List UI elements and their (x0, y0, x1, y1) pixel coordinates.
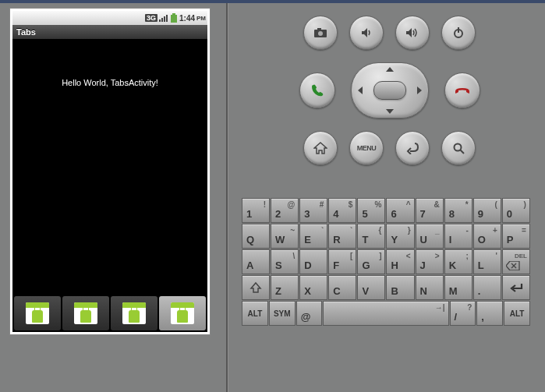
android-icon (122, 302, 146, 324)
dpad-center[interactable] (373, 81, 406, 100)
svg-point-14 (455, 144, 462, 151)
key-alt[interactable]: ALT (242, 301, 268, 326)
dpad-up[interactable] (386, 67, 394, 72)
key-f[interactable]: F[ (328, 249, 356, 274)
key-r[interactable]: R` (328, 224, 356, 249)
android-icon (74, 302, 97, 324)
key-,[interactable]: , (476, 301, 503, 326)
battery-icon (170, 13, 178, 23)
key-m[interactable]: M (444, 275, 472, 300)
svg-rect-1 (161, 18, 163, 22)
svg-marker-16 (506, 261, 519, 270)
camera-button[interactable] (303, 16, 338, 50)
status-bar: 3G 1:44 PM (12, 11, 207, 25)
key-h[interactable]: H< (386, 249, 414, 274)
svg-marker-9 (362, 28, 367, 37)
key-d[interactable]: D (299, 249, 327, 274)
key-del[interactable]: DEL (502, 249, 530, 274)
key-j[interactable]: J> (416, 249, 444, 274)
panel-divider (226, 3, 228, 392)
key-⇧[interactable] (242, 275, 270, 300)
tab-strip (12, 295, 207, 332)
key-w[interactable]: W~ (271, 224, 299, 249)
home-button[interactable] (303, 131, 338, 165)
key-/[interactable]: /? (450, 301, 476, 326)
svg-marker-13 (314, 143, 327, 154)
phone-screen: 3G 1:44 PM Tabs Hello World, TabsActivit… (12, 11, 207, 332)
key-v[interactable]: V (357, 275, 385, 300)
svg-rect-3 (166, 15, 168, 22)
key-0[interactable]: 0) (502, 198, 530, 223)
activity-content: Hello World, TabsActivity! (12, 39, 207, 87)
hardware-keyboard: 1!2@3#4$5%6^7&8*9(0)QW~E`R`T{Y}U_I-O+P=A… (242, 198, 530, 327)
key-space[interactable]: →| (323, 301, 448, 326)
key-a[interactable]: A (242, 249, 270, 274)
volume-down-button[interactable] (349, 16, 384, 50)
tab-2[interactable] (62, 296, 109, 330)
key-e[interactable]: E` (299, 224, 327, 249)
key-7[interactable]: 7& (416, 198, 444, 223)
svg-marker-10 (406, 28, 412, 37)
phone-frame: 3G 1:44 PM Tabs Hello World, TabsActivit… (9, 8, 211, 335)
svg-point-8 (318, 31, 323, 36)
window-top-border (0, 0, 545, 3)
power-button[interactable] (441, 16, 476, 50)
key-n[interactable]: N (416, 275, 444, 300)
search-button[interactable] (441, 131, 476, 165)
key-alt[interactable]: ALT (504, 301, 530, 326)
key-@[interactable]: @ (296, 301, 323, 326)
call-button[interactable] (299, 72, 335, 108)
key-b[interactable]: B (386, 275, 414, 300)
key-↵[interactable] (502, 275, 530, 300)
svg-rect-4 (172, 13, 175, 15)
tab-1[interactable] (14, 296, 61, 330)
android-icon (171, 302, 194, 324)
menu-label: MENU (357, 144, 377, 152)
key-g[interactable]: G] (357, 249, 385, 274)
key-5[interactable]: 5% (357, 198, 385, 223)
svg-marker-19 (251, 283, 260, 292)
key-6[interactable]: 6^ (386, 198, 414, 223)
key-z[interactable]: Z (271, 275, 299, 300)
dpad-left[interactable] (358, 87, 363, 94)
key-2[interactable]: 2@ (271, 198, 299, 223)
dpad-right[interactable] (417, 87, 422, 94)
tab-4[interactable] (159, 296, 206, 330)
app-title-bar: Tabs (12, 25, 207, 39)
key-c[interactable]: C (328, 275, 356, 300)
clock-time: 1:44 (179, 14, 195, 23)
clock-ampm: PM (196, 15, 206, 22)
tab-3[interactable] (111, 296, 157, 330)
key-.[interactable]: . (473, 275, 501, 300)
svg-line-15 (461, 150, 465, 154)
key-o[interactable]: O+ (473, 224, 501, 249)
key-1[interactable]: 1! (242, 198, 270, 223)
dpad-down[interactable] (386, 109, 394, 114)
key-s[interactable]: S\ (271, 249, 299, 274)
network-3g-icon: 3G (145, 14, 157, 22)
dpad (347, 59, 433, 122)
key-k[interactable]: K; (444, 249, 472, 274)
key-i[interactable]: I- (444, 224, 472, 249)
key-y[interactable]: Y} (386, 224, 414, 249)
svg-rect-5 (171, 15, 177, 23)
key-sym[interactable]: SYM (269, 301, 296, 326)
signal-bars-icon (159, 14, 168, 22)
key-q[interactable]: Q (242, 224, 270, 249)
svg-rect-0 (159, 19, 161, 22)
menu-button[interactable]: MENU (349, 131, 384, 165)
key-x[interactable]: X (299, 275, 327, 300)
svg-rect-12 (458, 27, 459, 33)
back-button[interactable] (395, 131, 430, 165)
end-call-button[interactable] (444, 72, 480, 108)
key-3[interactable]: 3# (299, 198, 327, 223)
key-t[interactable]: T{ (357, 224, 385, 249)
key-p[interactable]: P= (502, 224, 530, 249)
android-icon (26, 302, 49, 324)
key-9[interactable]: 9( (473, 198, 501, 223)
key-u[interactable]: U_ (416, 224, 444, 249)
key-4[interactable]: 4$ (328, 198, 356, 223)
key-8[interactable]: 8* (444, 198, 472, 223)
key-l[interactable]: L' (473, 249, 501, 274)
volume-up-button[interactable] (395, 16, 430, 50)
